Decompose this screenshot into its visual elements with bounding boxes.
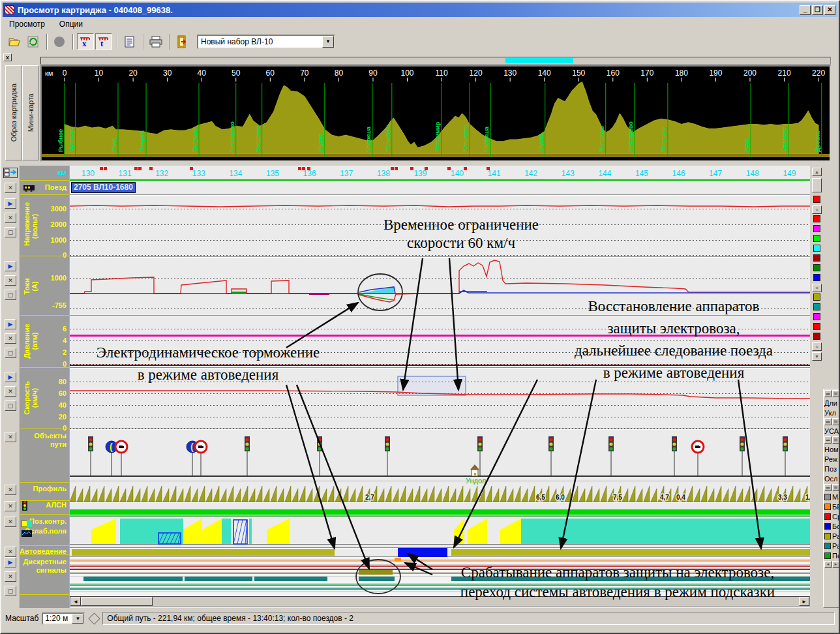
signal-color-swatch[interactable] (813, 333, 820, 340)
row-label-objects: Объектыпути (34, 432, 67, 449)
scroll-right-icon[interactable]: ► (799, 597, 809, 606)
select-button[interactable]: ▢ (5, 400, 16, 411)
hide-button[interactable]: ✕ (5, 501, 16, 511)
station-name: Ундол (538, 134, 545, 152)
tab-minimap[interactable]: Мини-карта (22, 65, 39, 160)
main-chart[interactable]: 1301311321331341351361371381391401411421… (70, 166, 810, 608)
expand-button[interactable]: ▶ (5, 372, 16, 382)
signal-toggle-button[interactable]: ≡ (812, 284, 822, 292)
train-id-value[interactable]: 2705 ВЛ10-1680 (71, 182, 136, 193)
window-title: Просмотр картриджа - 040408_99638. (18, 5, 173, 15)
event-marker (487, 167, 490, 170)
scrollbar-thumb[interactable] (812, 178, 822, 192)
hide-button[interactable]: ✕ (5, 517, 16, 527)
mini-button[interactable]: ▤ (832, 418, 839, 425)
record-button[interactable] (51, 33, 68, 50)
exit-button[interactable] (173, 33, 190, 50)
train-icon (23, 183, 36, 194)
signal-color-swatch[interactable] (813, 274, 820, 281)
scroll-left-icon[interactable]: ◄ (824, 561, 832, 568)
menu-view[interactable]: Просмотр (9, 20, 45, 29)
signal-color-swatch[interactable] (813, 215, 820, 222)
signal-toggle-button[interactable]: ≡ (812, 342, 822, 351)
minimize-button[interactable]: _ (800, 5, 811, 15)
minimap-chart[interactable]: км01020304050607080901001101201301401501… (40, 65, 831, 162)
expand-button[interactable]: ▶ (5, 261, 16, 271)
scroll-down-icon[interactable]: ▼ (812, 352, 822, 361)
minimap-close-button[interactable]: x (3, 53, 12, 61)
status-info: Общий путь - 221,94 км; общее время - 13… (102, 612, 835, 625)
mini-button[interactable]: ▤ (832, 436, 839, 444)
scale-by-distance-button[interactable]: x (77, 33, 94, 50)
signal-color-swatch[interactable] (813, 235, 820, 242)
hide-button[interactable]: ✕ (5, 183, 16, 193)
mini-button[interactable]: ▤ (832, 484, 839, 491)
select-button[interactable]: ▢ (5, 227, 16, 237)
hide-button[interactable]: ✕ (5, 432, 16, 442)
signal-color-swatch[interactable] (813, 313, 820, 320)
signal-color-swatch[interactable] (813, 323, 820, 330)
expand-button[interactable]: ▶ (5, 198, 16, 209)
print-button[interactable] (147, 33, 164, 50)
station-name: Покров (139, 130, 145, 152)
hide-button[interactable]: ✕ (5, 547, 16, 557)
select-button[interactable]: ▢ (5, 348, 16, 358)
expand-button[interactable]: ▶ (5, 319, 16, 329)
open-button[interactable] (7, 33, 23, 50)
chevron-down-icon[interactable]: ▼ (72, 614, 83, 624)
hide-button[interactable]: ✕ (5, 333, 16, 344)
mini-button[interactable]: ▬ (824, 436, 832, 444)
event-marker (447, 167, 451, 170)
report-button[interactable] (121, 33, 138, 50)
legend-label: Укл (824, 408, 840, 417)
event-marker (425, 167, 428, 170)
app-window: Просмотр картриджа - 040408_99638. _ ❐ ✕… (0, 0, 840, 634)
select-button[interactable]: ▢ (5, 290, 16, 300)
scrollbar-thumb[interactable] (81, 597, 153, 606)
minimap-view-indicator[interactable] (505, 58, 573, 63)
mini-button[interactable]: ▬ (824, 418, 832, 425)
station-name: Костерево (627, 121, 634, 152)
gradient-value: 7,5 (613, 494, 622, 501)
scroll-right-icon[interactable]: ► (832, 561, 839, 568)
restore-button[interactable]: ❐ (812, 5, 823, 15)
hide-button[interactable]: ✕ (5, 213, 16, 223)
dataset-combobox[interactable]: Новый набор ВЛ-10 ▼ (197, 35, 335, 49)
signal-color-swatch[interactable] (813, 294, 820, 301)
chevron-down-icon[interactable]: ▼ (322, 36, 334, 48)
svg-text:90: 90 (368, 68, 378, 78)
hide-button[interactable]: ✕ (5, 485, 16, 495)
horizontal-scrollbar[interactable]: ◄ ► (70, 596, 810, 607)
station-name: Костерево (229, 121, 235, 152)
menu-options[interactable]: Опции (59, 20, 83, 29)
expand-button[interactable]: ▶ (5, 557, 16, 567)
signal-color-swatch[interactable] (813, 225, 820, 232)
close-button[interactable]: ✕ (824, 5, 835, 15)
signal-color-swatch[interactable] (813, 196, 820, 203)
dock-icon[interactable] (3, 168, 18, 178)
signal-color-swatch[interactable] (813, 303, 820, 310)
tab-cartridge-image[interactable]: Образ картриджа (5, 65, 22, 160)
signal-color-swatch[interactable] (813, 254, 820, 262)
gradient-value: 3,3 (778, 494, 787, 501)
select-button[interactable]: ▢ (5, 586, 16, 596)
mini-button[interactable]: ▤ (832, 390, 839, 397)
hide-button[interactable]: ✕ (5, 386, 16, 397)
mini-button[interactable]: ▬ (824, 484, 832, 491)
signal-color-scrollbar[interactable]: ▲≡≡≡▼ (811, 166, 823, 608)
refresh-button[interactable] (25, 33, 42, 50)
svg-text:(: ( (190, 442, 194, 452)
signal-toggle-button[interactable]: ≡ (812, 205, 822, 214)
svg-text:км: км (45, 69, 53, 77)
signal-color-swatch[interactable] (813, 264, 820, 271)
hide-button[interactable]: ✕ (5, 275, 16, 286)
scroll-left-icon[interactable]: ◄ (70, 597, 81, 606)
scale-by-time-button[interactable]: t (95, 33, 112, 50)
minimap-scroll-strip[interactable] (40, 57, 831, 65)
hide-button[interactable]: ✕ (5, 571, 16, 582)
scale-combobox[interactable]: 1:20 м ▼ (42, 612, 85, 625)
mini-button[interactable]: ▬ (824, 390, 832, 397)
legend-color-swatch (824, 513, 831, 520)
scroll-up-icon[interactable]: ▲ (812, 168, 822, 176)
signal-color-swatch[interactable] (813, 245, 820, 252)
